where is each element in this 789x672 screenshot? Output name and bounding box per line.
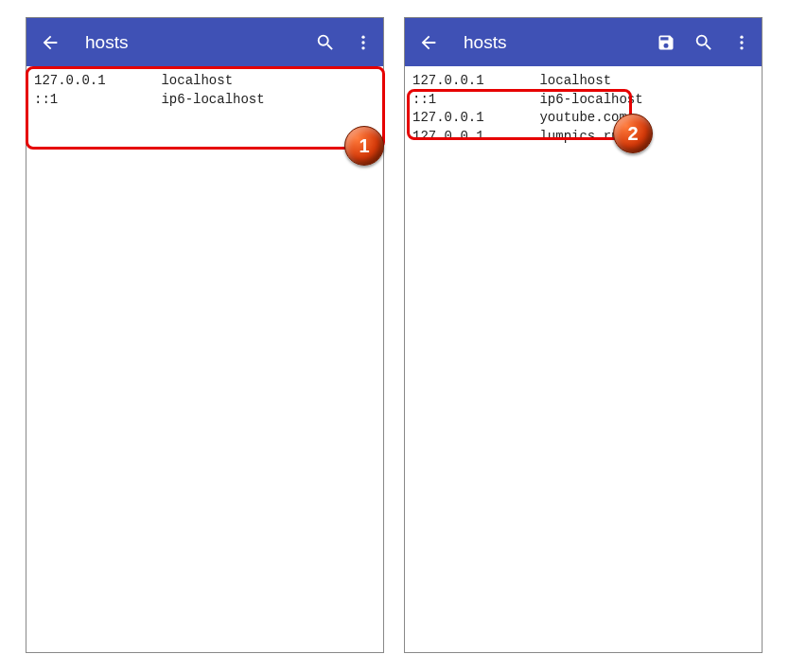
svg-point-4	[740, 41, 743, 44]
toolbar: hosts	[405, 18, 762, 66]
svg-point-5	[740, 46, 743, 49]
svg-point-0	[361, 35, 364, 38]
hosts-text: 127.0.0.1 localhost ::1 ip6-localhost 12…	[412, 73, 643, 144]
text-cursor	[620, 130, 621, 144]
file-content[interactable]: 127.0.0.1 localhost ::1 ip6-localhost	[26, 66, 383, 115]
page-title: hosts	[464, 32, 656, 53]
save-icon[interactable]	[656, 32, 676, 53]
file-content-editable[interactable]: 127.0.0.1 localhost ::1 ip6-localhost 12…	[405, 66, 762, 151]
screen-view-mode: hosts 127.0.0.1 localhost ::1 ip6-localh…	[26, 17, 384, 653]
toolbar: hosts	[26, 18, 383, 66]
toolbar-actions	[315, 32, 374, 53]
overflow-menu-icon[interactable]	[353, 32, 374, 53]
back-arrow-icon[interactable]	[40, 32, 61, 53]
search-icon[interactable]	[315, 32, 336, 53]
svg-point-3	[740, 35, 743, 38]
svg-point-2	[361, 46, 364, 49]
back-arrow-icon[interactable]	[418, 32, 439, 53]
overflow-menu-icon[interactable]	[731, 32, 752, 53]
search-icon[interactable]	[693, 32, 714, 53]
screen-edit-mode: hosts 127.0.0.1 localhost ::1 ip6-localh…	[404, 17, 763, 653]
page-title: hosts	[85, 32, 315, 53]
toolbar-actions	[656, 32, 752, 53]
svg-point-1	[361, 41, 364, 44]
